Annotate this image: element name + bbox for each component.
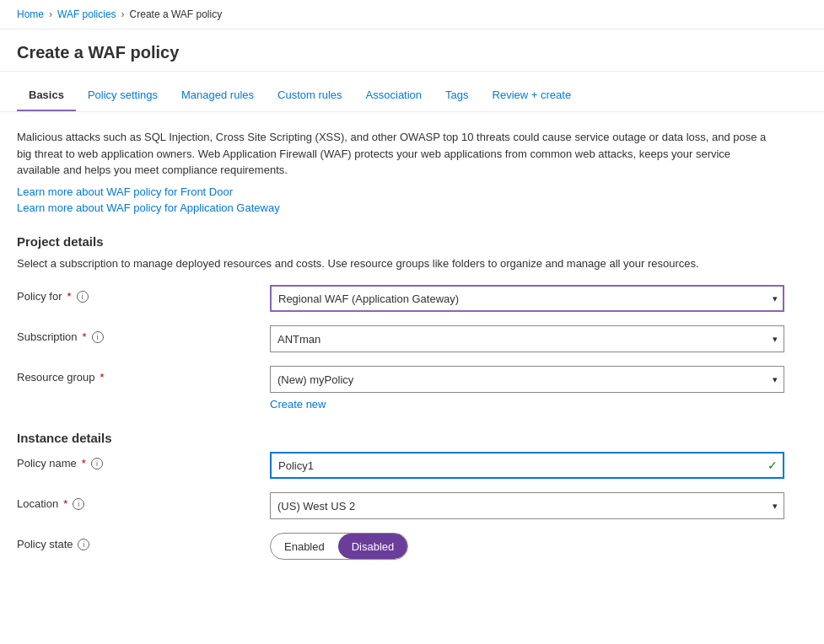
breadcrumb-current: Create a WAF policy: [130, 8, 223, 20]
project-details-desc: Select a subscription to manage deployed…: [17, 255, 776, 272]
content-area: Malicious attacks such as SQL Injection,…: [0, 112, 824, 590]
policy-for-row: Policy for * i Regional WAF (Application…: [17, 285, 807, 312]
policy-state-row: Policy state i Enabled Disabled: [17, 533, 807, 560]
policy-name-required: *: [82, 457, 86, 470]
tab-policy-settings[interactable]: Policy settings: [76, 80, 170, 111]
resource-group-control: (New) myPolicy ▾ Create new: [270, 366, 784, 411]
link-frontdoor[interactable]: Learn more about WAF policy for Front Do…: [17, 185, 807, 198]
breadcrumb-sep-1: ›: [49, 8, 52, 20]
subscription-required: *: [83, 330, 87, 343]
tabs-bar: Basics Policy settings Managed rules Cus…: [0, 80, 824, 112]
policy-name-info-icon[interactable]: i: [91, 458, 103, 470]
policy-name-control: ✓: [270, 452, 784, 479]
breadcrumb: Home › WAF policies › Create a WAF polic…: [0, 0, 824, 30]
description-main: Malicious attacks such as SQL Injection,…: [17, 129, 776, 179]
location-required: *: [63, 497, 67, 510]
subscription-row: Subscription * i ANTman ▾: [17, 325, 807, 352]
subscription-select[interactable]: ANTman: [270, 325, 784, 352]
create-new-link[interactable]: Create new: [270, 398, 326, 411]
page-title: Create a WAF policy: [17, 43, 807, 62]
policy-name-input-wrap: ✓: [270, 452, 784, 479]
resource-group-required: *: [100, 371, 105, 384]
breadcrumb-waf[interactable]: WAF policies: [57, 8, 116, 20]
tab-review-create[interactable]: Review + create: [481, 80, 584, 111]
policy-state-toggle[interactable]: Enabled Disabled: [270, 533, 408, 560]
tab-managed-rules[interactable]: Managed rules: [170, 80, 266, 111]
resource-group-label: Resource group *: [17, 366, 270, 384]
breadcrumb-home[interactable]: Home: [17, 8, 44, 20]
policy-name-input[interactable]: [270, 452, 784, 479]
policy-for-control: Regional WAF (Application Gateway) Globa…: [270, 285, 784, 312]
tab-basics[interactable]: Basics: [17, 80, 76, 111]
policy-name-row: Policy name * i ✓: [17, 452, 807, 479]
resource-group-dropdown-wrap: (New) myPolicy ▾: [270, 366, 784, 393]
subscription-info-icon[interactable]: i: [92, 331, 104, 343]
project-details-title: Project details: [17, 234, 807, 249]
policy-state-enabled-button[interactable]: Enabled: [271, 534, 338, 559]
location-dropdown-wrap: (US) West US 2 (US) East US (EU) West Eu…: [270, 492, 784, 519]
policy-state-control: Enabled Disabled: [270, 533, 784, 560]
location-info-icon[interactable]: i: [73, 498, 84, 510]
location-control: (US) West US 2 (US) East US (EU) West Eu…: [270, 492, 784, 519]
instance-details-title: Instance details: [17, 431, 807, 445]
subscription-control: ANTman ▾: [270, 325, 784, 352]
subscription-label: Subscription * i: [17, 325, 270, 343]
policy-name-label: Policy name * i: [17, 452, 270, 470]
policy-for-dropdown-wrap: Regional WAF (Application Gateway) Globa…: [270, 285, 784, 312]
tab-association[interactable]: Association: [354, 80, 434, 111]
policy-for-info-icon[interactable]: i: [77, 291, 89, 303]
subscription-dropdown-wrap: ANTman ▾: [270, 325, 784, 352]
policy-state-disabled-button[interactable]: Disabled: [338, 534, 408, 559]
policy-state-info-icon[interactable]: i: [78, 539, 89, 550]
policy-for-required: *: [67, 290, 71, 303]
policy-state-label: Policy state i: [17, 533, 270, 550]
location-select[interactable]: (US) West US 2 (US) East US (EU) West Eu…: [270, 492, 784, 519]
resource-group-select[interactable]: (New) myPolicy: [270, 366, 784, 393]
location-label: Location * i: [17, 492, 270, 510]
tab-tags[interactable]: Tags: [434, 80, 480, 111]
policy-for-select[interactable]: Regional WAF (Application Gateway) Globa…: [270, 285, 784, 312]
link-appgateway[interactable]: Learn more about WAF policy for Applicat…: [17, 201, 807, 214]
tab-custom-rules[interactable]: Custom rules: [266, 80, 354, 111]
location-row: Location * i (US) West US 2 (US) East US…: [17, 492, 807, 519]
page-header: Create a WAF policy: [0, 30, 824, 72]
policy-for-label: Policy for * i: [17, 285, 270, 303]
resource-group-row: Resource group * (New) myPolicy ▾ Create…: [17, 366, 807, 411]
breadcrumb-sep-2: ›: [121, 8, 125, 20]
